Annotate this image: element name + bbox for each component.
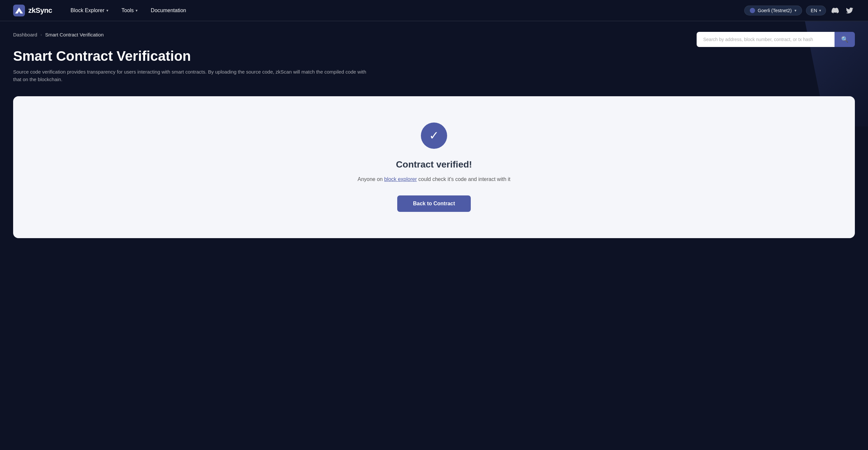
network-selector[interactable]: Goerli (Testnet2) ▾	[744, 6, 802, 16]
description-suffix: could check it's code and interact with …	[417, 176, 510, 182]
block-explorer-link[interactable]: block explorer	[384, 176, 417, 182]
nav-tools[interactable]: Tools ▾	[116, 5, 143, 16]
verified-description: Anyone on block explorer could check it'…	[358, 176, 510, 182]
checkmark-icon: ✓	[429, 130, 439, 142]
breadcrumb-separator-icon: ›	[40, 32, 42, 37]
verified-title: Contract verified!	[396, 159, 472, 170]
back-to-contract-button[interactable]: Back to Contract	[397, 196, 471, 212]
search-input[interactable]	[696, 32, 835, 47]
search-container: 🔍	[696, 32, 855, 47]
search-button[interactable]: 🔍	[835, 32, 855, 47]
nav-links: Block Explorer ▾ Tools ▾ Documentation	[65, 5, 744, 16]
verification-card: ✓ Contract verified! Anyone on block exp…	[13, 96, 855, 238]
network-chevron-icon: ▾	[795, 8, 797, 13]
search-icon: 🔍	[841, 36, 848, 43]
check-circle: ✓	[421, 122, 447, 149]
page-title: Smart Contract Verification	[13, 48, 855, 64]
breadcrumb-current: Smart Contract Verification	[45, 32, 103, 37]
lang-chevron-icon: ▾	[819, 8, 821, 13]
zksync-logo-icon	[13, 5, 25, 17]
discord-icon[interactable]	[830, 5, 840, 16]
logo[interactable]: zkSync	[13, 5, 52, 17]
page-description: Source code verification provides transp…	[13, 68, 374, 83]
network-dot-icon	[750, 8, 755, 13]
nav-documentation[interactable]: Documentation	[146, 5, 191, 16]
twitter-icon[interactable]	[844, 5, 855, 16]
description-prefix: Anyone on	[358, 176, 384, 182]
breadcrumb-home-link[interactable]: Dashboard	[13, 32, 37, 37]
navbar: zkSync Block Explorer ▾ Tools ▾ Document…	[0, 0, 868, 21]
block-explorer-chevron-icon: ▾	[106, 8, 108, 13]
language-selector[interactable]: EN ▾	[806, 6, 826, 16]
nav-block-explorer[interactable]: Block Explorer ▾	[65, 5, 114, 16]
navbar-right: Goerli (Testnet2) ▾ EN ▾	[744, 5, 855, 16]
tools-chevron-icon: ▾	[135, 8, 137, 13]
main-content: Dashboard › Smart Contract Verification …	[0, 21, 868, 258]
logo-text: zkSync	[28, 6, 52, 15]
